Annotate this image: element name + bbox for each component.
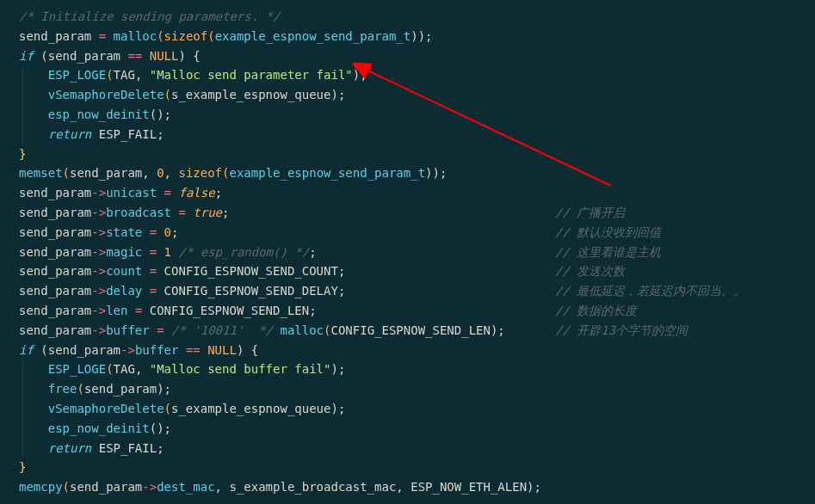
code-line: send_param->buffer = /* '10011' */ mallo…: [0, 321, 815, 341]
side-comment: // 广播开启: [555, 203, 625, 223]
code-line: esp_now_deinit();: [0, 105, 815, 125]
side-comment: // 这里看谁是主机: [555, 243, 661, 262]
code-line: if (send_param->buffer == NULL) {: [0, 341, 815, 360]
code-line: send_param->broadcast = true;// 广播开启: [0, 203, 815, 223]
code-line: }: [0, 458, 815, 477]
code-line: send_param = malloc(sizeof(example_espno…: [0, 27, 815, 46]
code-line: return ESP_FAIL;: [0, 439, 815, 458]
code-line: vSemaphoreDelete(s_example_espnow_queue)…: [0, 85, 815, 105]
code-line: free(send_param);: [0, 379, 815, 399]
code-line: send_param->delay = CONFIG_ESPNOW_SEND_D…: [0, 281, 815, 301]
code-line: memset(send_param, 0, sizeof(example_esp…: [0, 163, 815, 183]
code-line: ESP_LOGE(TAG, "Malloc send parameter fai…: [0, 65, 815, 85]
code-line: ESP_LOGE(TAG, "Malloc send buffer fail")…: [0, 360, 815, 379]
code-block: /* Initialize sending parameters. */ sen…: [0, 7, 815, 497]
code-line: memcpy(send_param->dest_mac, s_example_b…: [0, 477, 815, 497]
side-comment: // 数据的长度: [555, 301, 637, 321]
code-line: send_param->count = CONFIG_ESPNOW_SEND_C…: [0, 261, 815, 281]
code-line: esp_now_deinit();: [0, 419, 815, 439]
side-comment: // 默认没收到回值: [555, 223, 661, 243]
code-line: send_param->len = CONFIG_ESPNOW_SEND_LEN…: [0, 301, 815, 321]
code-line: return ESP_FAIL;: [0, 125, 815, 144]
code-line: send_param->state = 0;// 默认没收到回值: [0, 223, 815, 243]
code-line: }: [0, 144, 815, 164]
comment: /* Initialize sending parameters. */: [19, 9, 280, 23]
side-comment: // 开辟13个字节的空间: [555, 321, 688, 341]
side-comment: // 发送次数: [555, 261, 625, 281]
code-line: if (send_param == NULL) {: [0, 46, 815, 66]
code-line: send_param->unicast = false;: [0, 183, 815, 203]
code-line: send_param->magic = 1 /* esp_random() */…: [0, 243, 815, 262]
code-line: /* Initialize sending parameters. */: [0, 7, 815, 27]
side-comment: // 最低延迟，若延迟内不回当。。: [555, 281, 745, 301]
code-line: vSemaphoreDelete(s_example_espnow_queue)…: [0, 399, 815, 419]
